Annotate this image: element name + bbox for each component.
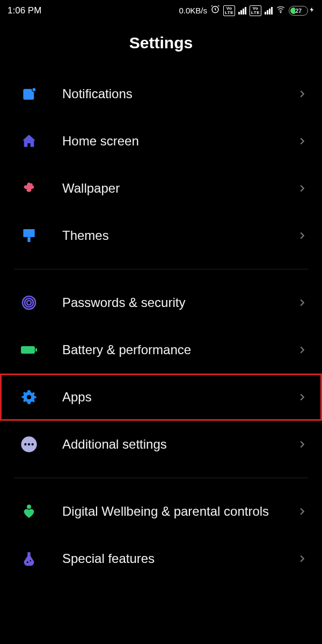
settings-item-label: Passwords & security: [40, 295, 296, 311]
settings-item-apps[interactable]: Apps: [0, 374, 322, 421]
chevron-right-icon: [296, 344, 308, 356]
chevron-right-icon: [296, 438, 308, 450]
chevron-right-icon: [296, 297, 308, 309]
svg-rect-7: [27, 237, 30, 242]
settings-item-wallpaper[interactable]: Wallpaper: [0, 165, 322, 212]
fingerprint-icon: [18, 292, 40, 313]
svg-point-5: [31, 184, 33, 186]
page-title: Settings: [0, 19, 322, 70]
svg-point-17: [32, 443, 34, 445]
brush-icon: [18, 225, 40, 246]
svg-rect-12: [35, 348, 37, 352]
chevron-right-icon: [296, 88, 308, 100]
status-time: 1:06 PM: [8, 5, 41, 16]
settings-item-label: Battery & performance: [40, 342, 296, 358]
gear-icon: [18, 386, 40, 408]
heart-icon: [18, 501, 40, 522]
home-icon: [18, 130, 40, 152]
wifi-icon: [276, 4, 286, 17]
alarm-icon: [210, 4, 220, 17]
more-icon: [18, 434, 40, 455]
settings-item-battery-performance[interactable]: Battery & performance: [0, 326, 322, 374]
svg-rect-6: [23, 229, 34, 237]
chevron-right-icon: [296, 135, 308, 147]
settings-list: Notifications Home screen Wallpaper Them…: [0, 70, 322, 604]
svg-point-15: [24, 443, 26, 445]
settings-item-label: Apps: [40, 389, 296, 405]
svg-point-18: [27, 504, 31, 509]
battery-percent: 27: [289, 8, 308, 14]
notification-icon: [18, 83, 40, 105]
battery-icon: [18, 339, 40, 361]
settings-item-label: Wallpaper: [40, 180, 296, 196]
net-speed: 0.0KB/s: [179, 6, 207, 15]
chevron-right-icon: [296, 506, 308, 517]
svg-point-13: [27, 395, 31, 399]
svg-rect-11: [21, 346, 35, 354]
charging-icon: [309, 5, 314, 16]
settings-item-label: Digital Wellbeing & parental controls: [40, 503, 296, 519]
flask-icon: [18, 548, 40, 569]
signal-icon-2: [265, 7, 273, 14]
svg-point-20: [30, 560, 31, 561]
status-right: 0.0KB/s VoLTE VoLTE 27: [179, 4, 314, 17]
settings-item-label: Themes: [40, 228, 296, 244]
svg-point-19: [27, 561, 28, 563]
settings-item-digital-wellbeing[interactable]: Digital Wellbeing & parental controls: [0, 488, 322, 535]
signal-icon-1: [238, 7, 246, 14]
flower-icon: [18, 178, 40, 199]
settings-item-label: Notifications: [40, 86, 296, 102]
settings-item-home-screen[interactable]: Home screen: [0, 118, 322, 165]
svg-point-4: [32, 88, 35, 91]
settings-item-notifications[interactable]: Notifications: [0, 70, 322, 118]
svg-point-16: [28, 443, 30, 445]
divider: [14, 269, 308, 269]
settings-item-passwords-security[interactable]: Passwords & security: [0, 279, 322, 326]
chevron-right-icon: [296, 182, 308, 194]
settings-item-label: Home screen: [40, 133, 296, 149]
settings-item-special-features[interactable]: Special features: [0, 535, 322, 582]
chevron-right-icon: [296, 553, 308, 565]
status-bar: 1:06 PM 0.0KB/s VoLTE VoLTE 27: [0, 0, 322, 19]
chevron-right-icon: [296, 230, 308, 241]
volte-icon-2: VoLTE: [250, 5, 261, 16]
svg-point-9: [25, 298, 33, 307]
battery-indicator: 27: [289, 5, 314, 16]
settings-item-label: Special features: [40, 551, 296, 567]
volte-icon-1: VoLTE: [223, 5, 235, 16]
settings-item-label: Additional settings: [40, 436, 296, 452]
settings-item-themes[interactable]: Themes: [0, 212, 322, 259]
svg-point-10: [27, 301, 31, 305]
divider: [14, 478, 308, 478]
svg-point-1: [280, 12, 281, 13]
chevron-right-icon: [296, 391, 308, 403]
settings-item-additional-settings[interactable]: Additional settings: [0, 421, 322, 468]
